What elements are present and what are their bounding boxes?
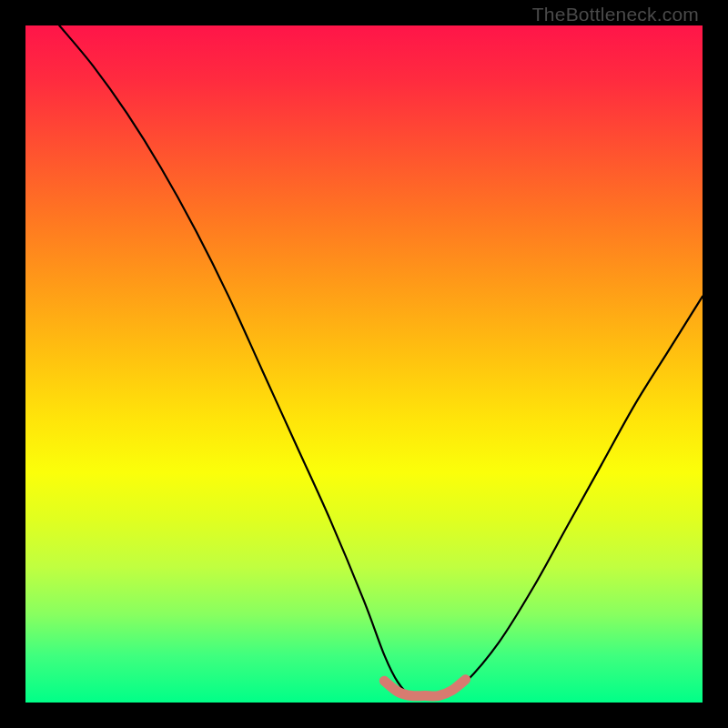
bottleneck-curve	[59, 25, 703, 697]
watermark-text: TheBottleneck.com	[532, 4, 699, 25]
chart-svg	[25, 25, 703, 703]
bottleneck-flat-highlight	[384, 680, 465, 696]
chart-plot-area	[25, 25, 703, 703]
